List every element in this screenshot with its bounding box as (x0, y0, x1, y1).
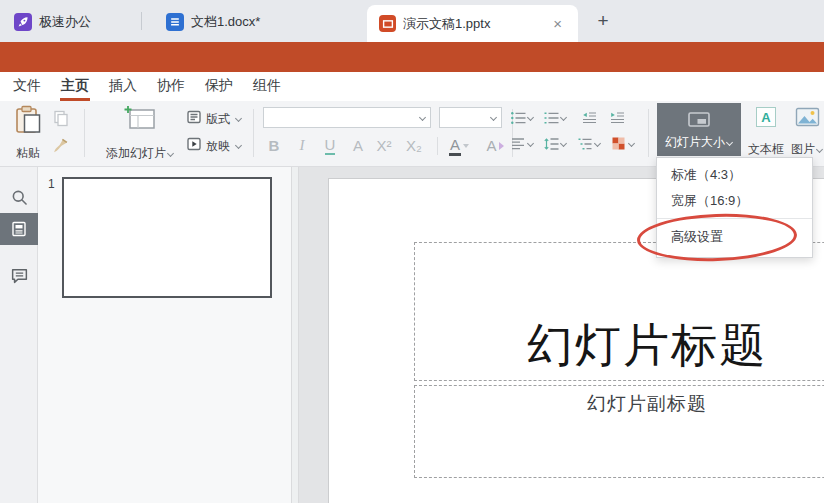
tab-word-document[interactable]: 文档1.docx* (166, 10, 260, 34)
search-button[interactable] (0, 181, 38, 213)
slideshow-label: 放映 (206, 138, 230, 155)
chevron-down-icon (234, 115, 242, 123)
menu-collaborate[interactable]: 协作 (156, 72, 186, 101)
quick-access-toolbar: 演示文稿1.pptx (0, 42, 824, 72)
font-family-select[interactable] (263, 107, 431, 128)
underline-button[interactable]: U (317, 134, 343, 157)
slide-number: 1 (48, 177, 55, 191)
chevron-down-icon (593, 140, 601, 148)
close-tab-button[interactable]: × (549, 14, 566, 33)
picture-label: 图片 (791, 141, 815, 158)
menu-protect[interactable]: 保护 (204, 72, 234, 101)
monitor-icon (687, 111, 711, 129)
slide-size-label: 幻灯片大小 (665, 134, 725, 151)
menu-item-widescreen-16-9[interactable]: 宽屏（16:9） (657, 188, 812, 214)
chevron-down-icon (725, 139, 733, 147)
text-box-label: 文本框 (748, 141, 784, 158)
chevron-down-icon (463, 144, 469, 148)
chevron-down-icon (418, 114, 426, 122)
menu-file[interactable]: 文件 (12, 72, 42, 101)
tab-label: 文档1.docx* (191, 13, 260, 31)
menu-bar: 文件 主页 插入 协作 保护 组件 (0, 72, 824, 101)
chevron-down-icon (166, 150, 174, 158)
bold-button[interactable]: B (261, 134, 287, 157)
italic-button[interactable]: I (289, 134, 315, 157)
subscript-button[interactable]: X₂ (401, 134, 427, 157)
chevron-down-icon (489, 114, 497, 122)
ribbon-divider (648, 109, 649, 157)
tab-app-home[interactable]: 极速办公 (14, 10, 91, 34)
chevron-down-icon (559, 140, 567, 148)
add-slide-button[interactable]: 添加幻灯片 (101, 105, 179, 162)
search-icon (10, 188, 29, 207)
new-tab-button[interactable]: + (592, 9, 614, 33)
chevron-down-icon (815, 146, 823, 154)
menu-insert[interactable]: 插入 (108, 72, 138, 101)
ribbon-divider (437, 137, 438, 155)
shape-fill-button[interactable] (611, 136, 635, 151)
layout-label: 版式 (206, 111, 230, 128)
numbered-list-button[interactable] (543, 111, 567, 125)
add-slide-label: 添加幻灯片 (106, 145, 166, 162)
tab-label: 演示文稿1.pptx (403, 15, 490, 33)
chevron-down-icon (526, 140, 534, 148)
tab-label: 极速办公 (39, 13, 91, 31)
layout-button[interactable]: 版式 (186, 109, 242, 129)
font-size-select[interactable] (439, 107, 502, 128)
subtitle-placeholder[interactable]: 幻灯片副标题 (414, 385, 824, 478)
tab-divider (141, 12, 142, 30)
chevron-down-icon (234, 142, 242, 150)
menu-divider (657, 218, 812, 219)
highlight-color-button[interactable]: A (479, 134, 511, 157)
slideshow-button[interactable]: 放映 (186, 136, 242, 156)
chevron-down-icon (627, 140, 635, 148)
paste-button[interactable]: 粘贴 (8, 105, 48, 162)
clipboard-icon (15, 105, 42, 138)
character-effects-button[interactable]: A (345, 134, 371, 157)
font-color-button[interactable]: A (443, 134, 475, 157)
text-box-icon: A (756, 107, 776, 127)
picture-icon (795, 107, 820, 131)
menu-home[interactable]: 主页 (60, 72, 90, 101)
menu-item-advanced-settings[interactable]: 高级设置 (657, 223, 812, 251)
left-icon-rail (0, 167, 38, 503)
copy-icon[interactable] (52, 109, 70, 131)
play-icon (186, 136, 202, 156)
rocket-icon (14, 13, 32, 31)
chevron-down-icon (526, 114, 534, 122)
ribbon-divider (253, 109, 254, 157)
slide-size-button[interactable]: 幻灯片大小 (657, 103, 741, 156)
slide-size-dropdown: 标准（4:3） 宽屏（16:9） 高级设置 (656, 157, 813, 258)
line-spacing-button[interactable] (543, 137, 567, 151)
slides-panel-button[interactable] (0, 213, 38, 245)
align-text-button[interactable] (510, 137, 534, 151)
tab-presentation-active[interactable]: 演示文稿1.pptx × (367, 5, 578, 42)
increase-indent-button[interactable] (609, 111, 625, 125)
slides-panel-icon (10, 220, 28, 238)
paste-label: 粘贴 (16, 145, 40, 162)
panel-splitter[interactable] (291, 167, 299, 503)
text-box-button[interactable]: A 文本框 (746, 107, 786, 158)
multilevel-list-button[interactable] (577, 137, 601, 151)
chevron-down-icon (559, 114, 567, 122)
ribbon-divider (84, 109, 85, 157)
menu-components[interactable]: 组件 (252, 72, 282, 101)
document-tabbar: 极速办公 文档1.docx* 演示文稿1.pptx × + (0, 0, 824, 42)
presentation-document-icon (379, 15, 396, 32)
slide-thumbnails-panel: 1 (38, 167, 291, 503)
bullet-list-button[interactable] (510, 111, 534, 125)
slide-title-text: 幻灯片标题 (527, 315, 767, 377)
format-painter-icon[interactable] (51, 136, 70, 159)
superscript-button[interactable]: X² (371, 134, 397, 157)
decrease-indent-button[interactable] (581, 111, 597, 125)
comment-icon (10, 266, 29, 285)
comments-button[interactable] (0, 259, 38, 291)
picture-button[interactable]: 图片 (789, 107, 824, 158)
app-window: 极速办公 文档1.docx* 演示文稿1.pptx × + (0, 0, 824, 503)
add-slide-icon (124, 105, 156, 135)
slide-thumbnail[interactable] (62, 177, 272, 298)
title-placeholder[interactable]: 幻灯片标题 (414, 242, 824, 381)
menu-item-standard-4-3[interactable]: 标准（4:3） (657, 162, 812, 188)
layout-icon (186, 109, 202, 129)
word-document-icon (166, 13, 184, 31)
